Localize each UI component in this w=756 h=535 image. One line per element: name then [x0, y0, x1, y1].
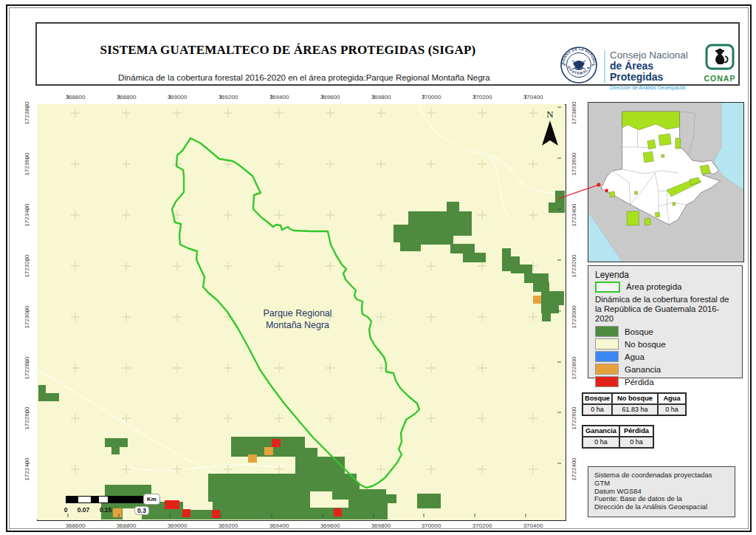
org-caption: Dirección de Análisis Geoespacial	[610, 85, 706, 90]
y-axis-label: 1723000	[571, 305, 577, 328]
table-value-cell: 0 ha	[658, 404, 686, 415]
coordinate-system-info: Sistema de coordenadas proyectadas GTM D…	[588, 466, 735, 517]
scale-label: 0.3	[134, 506, 149, 515]
legend-area-protegida: Área protegida	[595, 282, 735, 292]
table-header-cell: Bosque	[583, 393, 612, 404]
table-header-cell: Agua	[658, 393, 686, 404]
y-axis-label: 1723800	[24, 101, 30, 124]
x-axis-label: 370400	[523, 94, 543, 100]
x-axis-label: 370000	[422, 94, 441, 100]
x-axis-label: 369000	[168, 522, 188, 529]
x-axis-label: 368800	[117, 94, 137, 100]
info-line: GTM	[594, 480, 729, 488]
table-value-cell: 61.83 ha	[612, 404, 658, 415]
legend-item: Pérdida	[595, 377, 735, 386]
legend-swatch	[595, 351, 619, 362]
conap-logo: CONAP	[704, 44, 736, 83]
page-title: SISTEMA GUATEMALTECO DE ÁREAS PROTEGIDAS…	[66, 43, 509, 58]
country-inset-map	[588, 102, 744, 262]
header-divider	[604, 50, 605, 83]
table-value-cell: 0 ha	[583, 404, 612, 415]
area-protegida-swatch	[595, 282, 620, 293]
info-line: Sistema de coordenadas proyectadas	[594, 471, 729, 480]
y-axis-label: 1723200	[24, 254, 30, 277]
org-wordmark: Consejo Nacional de Áreas Protegidas Dir…	[610, 50, 706, 90]
x-axis-label: 369600	[320, 522, 340, 529]
table-header-cell: Pérdida	[619, 426, 653, 437]
stats-table-cover: BosqueNo bosqueAgua0 ha61.83 ha0 ha	[582, 392, 687, 416]
scale-label: 0.15	[100, 506, 112, 514]
x-axis-label: 369200	[219, 94, 238, 100]
legend-item: No bosque	[595, 339, 735, 349]
stats-table-change: GananciaPérdida0 ha0 ha	[582, 425, 654, 449]
legend-swatch	[595, 326, 619, 337]
scale-label: 0	[64, 506, 68, 514]
x-axis-label: 369200	[219, 522, 238, 529]
legend-swatch	[595, 364, 619, 375]
x-axis-label: 368600	[66, 94, 86, 100]
legend-item-label: Agua	[625, 352, 645, 361]
legend-swatch	[595, 376, 619, 387]
legend-subtitle: Dinámica de la cobertura forestal de la …	[595, 295, 735, 324]
y-axis-label: 1723000	[24, 305, 30, 328]
y-axis-label: 1722600	[24, 406, 30, 429]
y-axis-label: 1723600	[24, 152, 30, 175]
x-axis-label: 369600	[320, 94, 340, 100]
legend-item: Ganancia	[595, 364, 735, 374]
x-axis-label: 369000	[168, 94, 188, 100]
y-axis-label: 1723600	[571, 152, 577, 175]
legend: Leyenda Área protegida Dinámica de la co…	[588, 265, 743, 378]
legend-title: Leyenda	[595, 270, 735, 280]
scale-segment	[99, 497, 108, 502]
info-line: Dirección de la Análisis Geoespacial	[594, 503, 729, 511]
area-protegida-label: Área protegida	[626, 282, 681, 291]
x-axis-label: 368800	[117, 522, 137, 529]
table-header-cell: No bosque	[612, 393, 658, 404]
y-axis-label: 1722800	[24, 356, 30, 379]
y-axis-label: 1722800	[571, 356, 577, 379]
header: SISTEMA GUATEMALTECO DE ÁREAS PROTEGIDAS…	[35, 22, 740, 86]
legend-swatch	[595, 338, 619, 350]
x-axis-label: 369800	[371, 94, 391, 100]
scale-segment	[91, 497, 99, 502]
y-axis-label: 1722400	[24, 457, 30, 480]
scale-segment	[78, 497, 91, 502]
x-axis-label: 369800	[371, 522, 391, 529]
x-axis-label: 370200	[472, 522, 492, 529]
page-frame: SISTEMA GUATEMALTECO DE ÁREAS PROTEGIDAS…	[6, 4, 752, 532]
y-axis-label: 1723200	[571, 254, 577, 277]
scale-segment	[66, 497, 78, 502]
legend-item: Agua	[595, 352, 735, 361]
table-value-cell: 0 ha	[619, 437, 653, 448]
y-axis-label: 1722600	[571, 406, 577, 429]
legend-item-label: Ganancia	[625, 365, 661, 374]
scale-label: 0.07	[78, 506, 90, 514]
conap-label: CONAP	[704, 74, 736, 83]
government-seal-icon: GOBIERNO DE LA REPÚBLICA GUATEMALA	[560, 46, 598, 84]
org-line2: de Áreas Protegidas	[610, 61, 706, 82]
y-axis-label: 1723800	[571, 101, 577, 124]
table-value-cell: 0 ha	[583, 437, 619, 448]
x-axis-label: 370000	[422, 522, 441, 529]
scale-bar-segments	[66, 496, 144, 503]
legend-item-label: Pérdida	[625, 378, 654, 386]
protected-area-label: Parque Regional Montaña Negra	[235, 307, 360, 331]
legend-item: Bosque	[595, 327, 735, 336]
org-line1: Consejo Nacional	[610, 50, 706, 61]
scale-bar: Km 00.070.150.3	[66, 496, 162, 515]
x-axis-label: 369400	[269, 94, 289, 100]
scale-unit: Km	[143, 494, 160, 505]
legend-item-label: Bosque	[625, 327, 653, 336]
x-axis-label: 369400	[269, 522, 289, 529]
x-axis-label: 368600	[66, 522, 86, 529]
y-axis-label: 1723400	[24, 203, 30, 226]
x-axis-label: 370400	[523, 522, 543, 529]
legend-item-label: No bosque	[625, 340, 666, 349]
page-subtitle: Dinámica de la cobertura forestal 2016-2…	[118, 73, 561, 82]
table-header-cell: Ganancia	[583, 426, 619, 437]
north-arrow-icon: N	[539, 109, 561, 150]
scale-segment	[108, 497, 143, 502]
monkey-icon	[705, 44, 735, 70]
y-axis-label: 1723400	[571, 203, 577, 226]
x-axis-label: 370200	[472, 94, 492, 100]
